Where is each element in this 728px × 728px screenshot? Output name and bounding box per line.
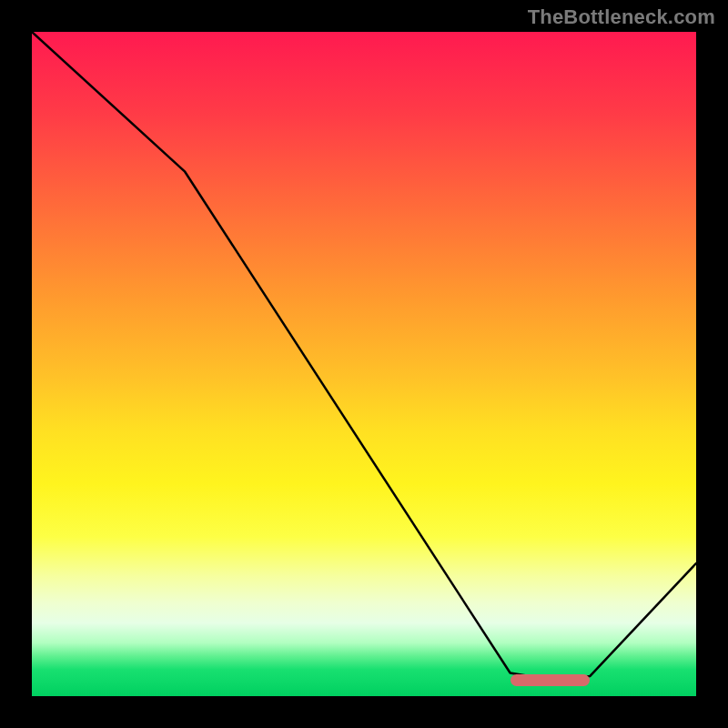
optimum-marker (511, 674, 591, 686)
watermark-text: TheBottleneck.com (528, 5, 715, 29)
plot-area (32, 32, 696, 696)
bottleneck-curve (32, 32, 696, 696)
chart-frame: TheBottleneck.com (0, 0, 728, 728)
